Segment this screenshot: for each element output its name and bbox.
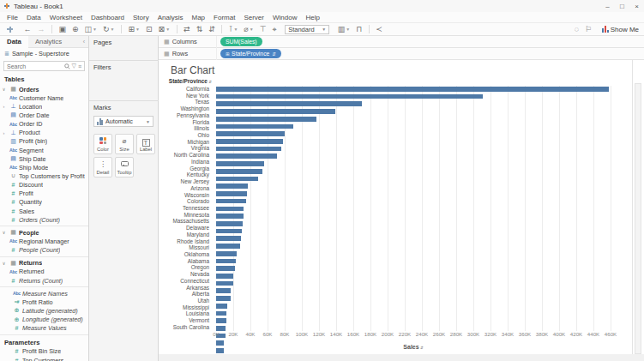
- collapse-chevron-icon[interactable]: ∨: [0, 87, 8, 92]
- category-label[interactable]: California: [159, 86, 212, 93]
- bar-mark[interactable]: [216, 87, 609, 92]
- bar-mark[interactable]: [216, 318, 226, 323]
- category-label[interactable]: North Carolina: [159, 152, 212, 159]
- field-returns-count[interactable]: #Returns (Count): [0, 276, 88, 285]
- field-ship-date[interactable]: ▤Ship Date: [0, 154, 88, 163]
- tableau-logo-icon[interactable]: [6, 26, 14, 33]
- sort-ascending-icon[interactable]: ⇅: [193, 23, 206, 36]
- row-field-header[interactable]: State/Province ⇵: [159, 78, 212, 84]
- datasource-row[interactable]: ≣ Sample - Superstore: [0, 48, 88, 59]
- pause-updates-icon[interactable]: ◫▼: [81, 23, 99, 36]
- field-returned[interactable]: AbcReturned: [0, 268, 88, 276]
- tab-data[interactable]: Data: [0, 36, 28, 48]
- bar-mark[interactable]: [216, 207, 244, 212]
- category-label[interactable]: Minnesota: [159, 212, 212, 219]
- field-measure-names[interactable]: AbcMeasure Names: [0, 289, 88, 298]
- clear-sheet-icon[interactable]: ⊠▼: [155, 23, 173, 36]
- expand-chevron-icon[interactable]: ›: [0, 104, 8, 109]
- field-orders[interactable]: ∨▦Orders: [0, 85, 88, 93]
- vertical-scrollbar[interactable]: [635, 83, 641, 354]
- sheet-title[interactable]: Bar Chart: [171, 64, 214, 76]
- menu-format[interactable]: Format: [209, 12, 239, 23]
- category-label[interactable]: Delaware: [159, 225, 212, 232]
- category-label[interactable]: Mississippi: [159, 304, 212, 311]
- pill-sum-sales[interactable]: SUM(Sales): [220, 37, 262, 46]
- category-label[interactable]: New York: [159, 93, 212, 99]
- menu-file[interactable]: File: [3, 12, 22, 23]
- search-input[interactable]: [7, 63, 63, 69]
- bar-mark[interactable]: [216, 296, 231, 301]
- collapse-pane-icon[interactable]: ‹: [83, 39, 88, 45]
- category-label[interactable]: Indiana: [159, 159, 212, 165]
- bar-mark[interactable]: [216, 199, 246, 204]
- menu-analysis[interactable]: Analysis: [153, 12, 188, 23]
- category-label[interactable]: Missouri: [159, 244, 212, 251]
- close-button[interactable]: ×: [629, 3, 644, 10]
- mark-type-dropdown[interactable]: Automatic ▼: [93, 116, 153, 127]
- bar-mark[interactable]: [216, 244, 240, 249]
- menu-worksheet[interactable]: Worksheet: [45, 12, 87, 23]
- marks-button-label[interactable]: TLabel: [136, 134, 155, 154]
- category-label[interactable]: Rhode Island: [159, 238, 212, 245]
- bar-mark[interactable]: [216, 161, 264, 166]
- field-quantity[interactable]: #Quantity: [0, 198, 88, 207]
- bar-mark[interactable]: [216, 177, 258, 182]
- field-people-count[interactable]: #People (Count): [0, 246, 88, 255]
- bar-mark[interactable]: [216, 94, 483, 99]
- save-icon[interactable]: ▣: [56, 23, 69, 36]
- category-label[interactable]: Florida: [159, 119, 212, 126]
- field-top-customers-by-profit[interactable]: ∪Top Customers by Profit: [0, 171, 88, 180]
- field-location[interactable]: ›⊥Location: [0, 102, 88, 111]
- category-label[interactable]: Illinois: [159, 125, 212, 132]
- fix-axes-icon[interactable]: ⌀▼: [241, 23, 256, 36]
- marks-button-detail[interactable]: ⋮Detail: [93, 157, 112, 177]
- duplicate-sheet-icon[interactable]: ⊡: [143, 23, 156, 36]
- category-label[interactable]: Louisiana: [159, 310, 212, 317]
- category-label[interactable]: New Jersey: [159, 178, 212, 185]
- bar-mark[interactable]: [216, 251, 237, 256]
- category-label[interactable]: Alberta: [159, 291, 212, 298]
- category-label[interactable]: Ohio: [159, 132, 212, 139]
- bar-mark[interactable]: [216, 153, 277, 159]
- minimize-button[interactable]: –: [600, 3, 615, 10]
- bar-mark[interactable]: [216, 236, 241, 241]
- collapse-chevron-icon[interactable]: ∨: [0, 261, 8, 266]
- redo-icon[interactable]: →: [34, 23, 48, 36]
- category-label[interactable]: Connecticut: [159, 278, 212, 285]
- category-label[interactable]: Arizona: [159, 185, 212, 192]
- category-label[interactable]: Texas: [159, 99, 212, 105]
- sort-descending-icon[interactable]: ⇵: [206, 23, 219, 36]
- show-me-button[interactable]: Show Me: [602, 26, 639, 33]
- marks-button-size[interactable]: ⌀Size: [115, 134, 134, 154]
- show-cards-icon[interactable]: ▥▼: [334, 23, 352, 36]
- field-profit-ratio[interactable]: =#Profit Ratio: [0, 298, 88, 306]
- filter-fields-icon[interactable]: ▽: [72, 63, 76, 69]
- category-label[interactable]: South Carolina: [159, 324, 212, 331]
- category-label[interactable]: Michigan: [159, 139, 212, 146]
- swap-axes-icon[interactable]: ⇄: [181, 23, 194, 36]
- category-label[interactable]: Oregon: [159, 264, 212, 271]
- field-discount[interactable]: #Discount: [0, 181, 88, 190]
- view-options-icon[interactable]: ≡: [78, 63, 81, 69]
- field-latitude-generated[interactable]: ⊕Latitude (generated): [0, 306, 88, 315]
- field-ship-mode[interactable]: AbcShip Mode: [0, 163, 88, 171]
- value-axis-title[interactable]: Sales ⇵: [216, 344, 611, 350]
- share-icon[interactable]: ≺: [373, 23, 386, 36]
- undo-icon[interactable]: ←: [21, 23, 34, 36]
- category-label[interactable]: Washington: [159, 105, 212, 112]
- category-label[interactable]: Nevada: [159, 271, 212, 278]
- bar-mark[interactable]: [216, 101, 362, 106]
- category-label[interactable]: Wisconsin: [159, 192, 212, 199]
- menu-map[interactable]: Map: [188, 12, 210, 23]
- field-profit-bin-size[interactable]: #Profit Bin Size: [0, 347, 88, 356]
- search-box[interactable]: ▽ ≡: [3, 61, 85, 71]
- field-profit[interactable]: #Profit: [0, 190, 88, 198]
- field-longitude-generated[interactable]: ⊕Longitude (generated): [0, 316, 88, 324]
- bar-mark[interactable]: [216, 229, 242, 234]
- bar-mark[interactable]: [216, 259, 236, 264]
- category-label[interactable]: Arkansas: [159, 285, 212, 292]
- field-customer-name[interactable]: AbcCustomer Name: [0, 93, 88, 102]
- category-label[interactable]: Maryland: [159, 232, 212, 238]
- mark-labels-icon[interactable]: ⊺▼: [226, 23, 241, 36]
- bar-mark[interactable]: [216, 191, 247, 196]
